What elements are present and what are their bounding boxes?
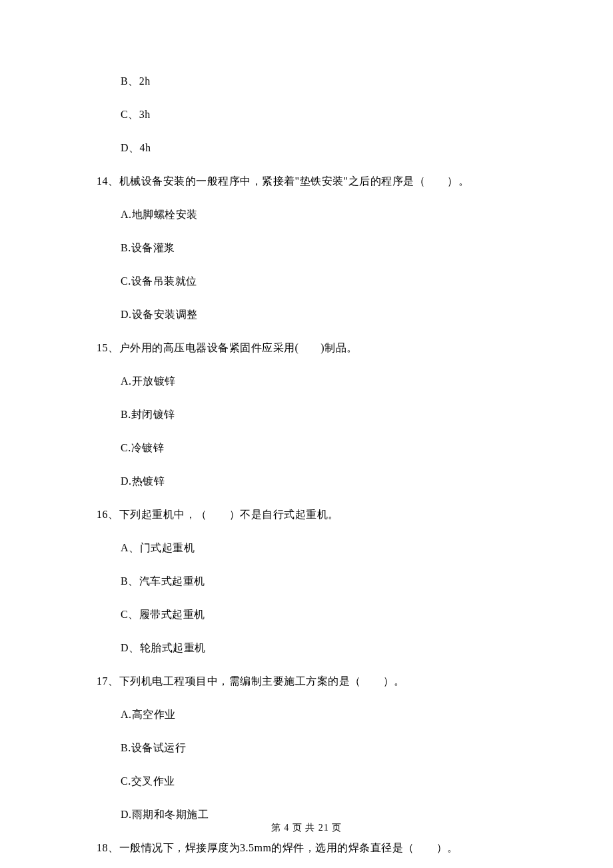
page-footer: 第 4 页 共 21 页 (0, 821, 613, 835)
option-b: B、2h (121, 73, 516, 89)
q14-option-a: A.地脚螺栓安装 (121, 207, 516, 223)
q17-option-a: A.高空作业 (121, 707, 516, 723)
q14-option-b: B.设备灌浆 (121, 240, 516, 256)
q14-option-c: C.设备吊装就位 (121, 273, 516, 289)
q15-option-c: C.冷镀锌 (121, 440, 516, 456)
q14-option-d: D.设备安装调整 (121, 307, 516, 323)
q16-option-d: D、轮胎式起重机 (121, 640, 516, 656)
q15-option-a: A.开放镀锌 (121, 373, 516, 389)
question-14-stem: 14、机械设备安装的一般程序中，紧接着"垫铁安装"之后的程序是（ ）。 (97, 173, 516, 189)
page-content: B、2h C、3h D、4h 14、机械设备安装的一般程序中，紧接着"垫铁安装"… (0, 0, 613, 868)
q16-option-c: C、履带式起重机 (121, 607, 516, 623)
question-17-stem: 17、下列机电工程项目中，需编制主要施工方案的是（ ）。 (97, 673, 516, 689)
question-15-stem: 15、户外用的高压电器设备紧固件应采用( )制品。 (97, 340, 516, 356)
option-c: C、3h (121, 107, 516, 123)
q16-option-a: A、门式起重机 (121, 540, 516, 556)
q15-option-b: B.封闭镀锌 (121, 407, 516, 423)
question-16-stem: 16、下列起重机中，（ ）不是自行式起重机。 (97, 507, 516, 523)
question-18-stem: 18、一般情况下，焊接厚度为3.5mm的焊件，选用的焊条直径是（ ）。 (97, 840, 516, 856)
q17-option-b: B.设备试运行 (121, 740, 516, 756)
q16-option-b: B、汽车式起重机 (121, 573, 516, 589)
q15-option-d: D.热镀锌 (121, 473, 516, 489)
q17-option-c: C.交叉作业 (121, 773, 516, 789)
option-d: D、4h (121, 140, 516, 156)
